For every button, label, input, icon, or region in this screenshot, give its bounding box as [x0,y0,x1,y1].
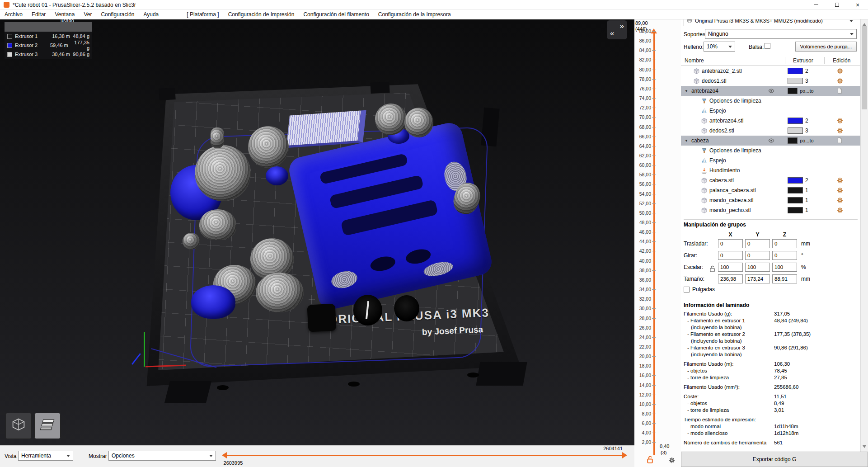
eye-icon[interactable] [768,137,774,144]
editor-view-button[interactable] [5,413,32,439]
manip-input-girar-x[interactable] [718,251,743,260]
manip-input-tamaño-x[interactable] [718,274,743,283]
layer-tick[interactable]: 6,00 [634,420,657,426]
menu-item-ayuda[interactable]: Ayuda [139,11,163,18]
layer-tick[interactable]: 52,00 [634,201,657,206]
viewport-3d[interactable]: ORIGINAL PRUSA i3 MK3 by Josef Prusa Her… [0,19,634,467]
layer-tick[interactable]: 74,00 [634,95,657,101]
manip-input-trasladar-x[interactable] [718,239,743,248]
layer-tick[interactable]: 84,00 [634,47,657,53]
minimize-button[interactable] [806,0,826,9]
menu-item-editar[interactable]: Editar [27,11,50,18]
layer-tick[interactable]: 20,00 [634,354,657,359]
black-knob-model[interactable] [353,295,382,325]
layer-tick[interactable]: 54,00 [634,191,657,197]
object-row-opciones-de-limpieza[interactable]: Opciones de limpieza [681,146,860,156]
manip-input-escalar-z[interactable] [772,263,797,272]
menu-tab-configuración-de-la-impresora[interactable]: Configuración de la Impresora [374,11,455,18]
balsa-checkbox[interactable] [765,43,770,49]
layer-tick[interactable]: 34,00 [634,287,657,292]
layer-tick[interactable]: 58,00 [634,172,657,177]
soportes-select[interactable]: Ninguno [705,29,857,39]
layer-tick[interactable]: 72,00 [634,105,657,110]
object-row-mando-pecho-stl[interactable]: mando_pecho.stl1 [681,205,860,215]
object-row-antebrazo4[interactable]: ▼antebrazo4po...to [681,86,860,96]
gray-part-model[interactable] [183,233,200,250]
collapse-arrow-icon[interactable]: ▼ [685,139,688,143]
slider-settings-gear-icon[interactable] [669,457,675,465]
layer-tick[interactable]: 28,00 [634,316,657,321]
object-row-hundimiento[interactable]: Hundimiento [681,165,860,175]
layer-tick[interactable]: 66,00 [634,134,657,139]
object-row-dedos1-stl[interactable]: dedos1.stl3 [681,76,860,86]
object-row-dedos2-stl[interactable]: dedos2.stl3 [681,126,860,136]
extruder-cell[interactable]: 3 [788,78,808,84]
settings-gear-icon[interactable] [837,187,843,193]
object-row-cabeza[interactable]: ▼cabezapo...to [681,136,860,146]
maximize-button[interactable] [826,0,847,9]
layer-tick[interactable]: 16,00 [634,373,657,378]
layer-tick[interactable]: 36,00 [634,277,657,283]
layer-tick[interactable]: 24,00 [634,335,657,340]
object-row-mando-cabeza-stl[interactable]: mando_cabeza.stl1 [681,195,860,205]
layer-tick[interactable]: 64,00 [634,143,657,149]
menu-item-ventana[interactable]: Ventana [50,11,79,18]
vista-select[interactable]: Herramienta [18,451,73,461]
extruder-cell[interactable]: 1 [788,207,808,213]
uniform-scale-lock-icon[interactable] [709,265,716,274]
printable-icon[interactable] [837,137,843,143]
layer-tick[interactable]: 50,00 [634,210,657,216]
layer-tick[interactable]: 40,00 [634,258,657,264]
gray-sphere-model[interactable] [195,145,251,201]
layer-tick[interactable]: 44,00 [634,239,657,244]
extruder-cell[interactable]: po...to [788,137,814,144]
layer-tick[interactable]: 42,00 [634,248,657,254]
extruder-cell[interactable]: 3 [788,127,808,134]
blue-part-model[interactable] [266,166,288,185]
collapse-arrow-icon[interactable]: ▼ [685,89,688,93]
layer-tick[interactable]: 14,00 [634,382,657,388]
gray-knob-model[interactable] [211,127,224,148]
extruder-cell[interactable]: 1 [788,197,808,203]
layer-tick[interactable]: 8,00 [634,411,657,416]
horizontal-move-slider[interactable] [225,455,622,456]
menu-item-configuración[interactable]: Configuración [96,11,139,18]
blue-dome-model[interactable] [191,285,235,319]
menu-tab-plataforma[interactable]: [ Plataforma ] [182,11,223,18]
extruder-cell[interactable]: po...to [788,88,814,94]
settings-gear-icon[interactable] [837,207,843,213]
extruder-cell[interactable]: 1 [788,187,808,193]
manip-input-girar-z[interactable] [772,251,797,260]
relleno-select[interactable]: 10% [704,42,735,52]
settings-gear-icon[interactable] [837,127,843,134]
gray-dome-model[interactable] [199,209,236,240]
layer-tick[interactable]: 18,00 [634,363,657,368]
manip-input-escalar-x[interactable] [718,263,743,272]
menu-tab-configuración-de-impresión[interactable]: Configuración de Impresión [224,11,299,18]
scrollbar-up-icon[interactable] [863,21,866,26]
manip-input-girar-y[interactable] [745,251,770,260]
extruder-cell[interactable]: 2 [788,177,808,184]
close-button[interactable]: × [847,0,868,9]
layer-tick[interactable]: 38,00 [634,268,657,273]
object-row-espejo[interactable]: Espejo [681,106,860,116]
object-row-cabeza-stl[interactable]: cabeza.stl2 [681,175,860,185]
object-row-opciones-de-limpieza[interactable]: Opciones de limpieza [681,96,860,106]
layer-tick[interactable]: 46,00 [634,229,657,235]
head-sphere-model[interactable] [375,104,407,135]
layer-tick[interactable]: 4,00 [634,430,657,435]
slider-lock-icon[interactable] [646,455,654,466]
manip-input-trasladar-z[interactable] [772,239,797,248]
layer-tick[interactable]: 62,00 [634,153,657,158]
wipe-tower-model[interactable] [286,110,366,148]
extruder-cell[interactable]: 2 [788,118,808,124]
mostrar-select[interactable]: Opciones [108,451,216,461]
settings-gear-icon[interactable] [837,177,843,184]
layer-tick[interactable]: 10,00 [634,401,657,407]
export-gcode-button[interactable]: Exportar código G [681,452,868,467]
manip-input-trasladar-y[interactable] [745,239,770,248]
layer-tick[interactable]: 2,00 [634,439,657,445]
settings-gear-icon[interactable] [837,78,843,84]
panel-scrollbar[interactable] [860,19,868,452]
layer-tick[interactable]: 76,00 [634,86,657,91]
